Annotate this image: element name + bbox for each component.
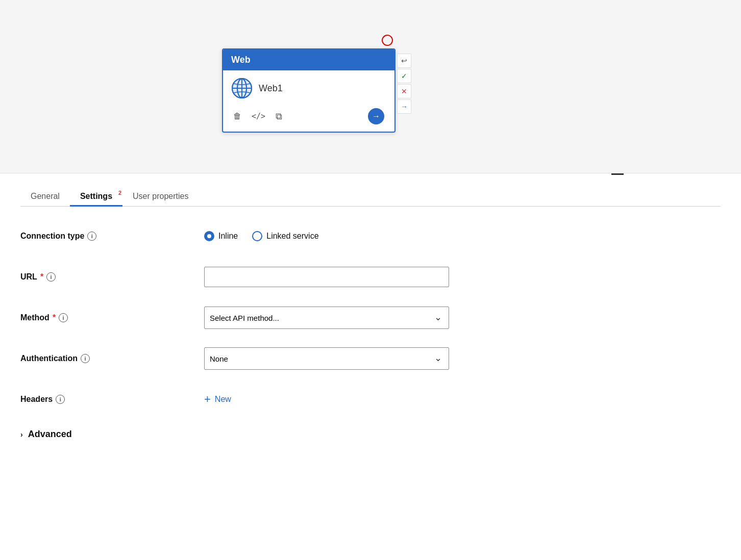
headers-control: + New [204, 393, 449, 406]
url-required-star: * [40, 272, 43, 282]
chevron-right-icon: › [20, 430, 23, 439]
code-icon[interactable]: </> [252, 112, 265, 121]
settings-badge: 2 [118, 190, 121, 196]
web-card-title: Web [231, 55, 251, 65]
delete-icon[interactable]: 🗑 [233, 112, 241, 121]
url-control [204, 267, 449, 287]
method-select-wrapper: Select API method... GET POST PUT DELETE… [204, 307, 449, 329]
connection-type-info-icon[interactable]: i [87, 232, 96, 241]
advanced-label: Advanced [28, 429, 72, 440]
canvas-area: Web Web1 [0, 0, 741, 173]
minimize-bar [611, 173, 624, 175]
tab-general[interactable]: General [20, 188, 70, 207]
radio-inline-circle[interactable] [204, 231, 214, 241]
method-label: Method * i [20, 313, 204, 322]
tabs-row: General Settings 2 User properties [20, 173, 721, 207]
web-card-body: Web1 🗑 </> ⧉ → [223, 70, 394, 132]
settings-content: Connection type i Inline Linked service … [20, 207, 721, 460]
method-row: Method * i Select API method... GET POST… [20, 307, 721, 329]
radio-linked-service[interactable]: Linked service [252, 231, 318, 241]
connection-type-radio-group: Inline Linked service [204, 231, 449, 241]
globe-icon [231, 78, 253, 99]
web-card-header: Web [223, 49, 394, 70]
tab-user-properties[interactable]: User properties [122, 188, 199, 207]
authentication-info-icon[interactable]: i [81, 354, 90, 363]
url-info-icon[interactable]: i [46, 272, 56, 282]
method-required-star: * [53, 313, 56, 322]
method-info-icon[interactable]: i [59, 313, 68, 322]
connection-type-row: Connection type i Inline Linked service [20, 225, 721, 247]
headers-label: Headers i [20, 395, 204, 404]
method-select[interactable]: Select API method... GET POST PUT DELETE… [204, 307, 449, 329]
authentication-label: Authentication i [20, 354, 204, 363]
advanced-section[interactable]: › Advanced [20, 429, 721, 440]
web-card-title-row: Web1 [231, 78, 386, 99]
radio-inline[interactable]: Inline [204, 231, 238, 241]
connection-type-label: Connection type i [20, 232, 204, 241]
plus-icon: + [204, 393, 211, 406]
arrow-button[interactable]: → [397, 99, 411, 114]
web-card-actions: 🗑 </> ⧉ → [231, 106, 386, 126]
authentication-select[interactable]: None Basic OAuth2 MSI [204, 347, 449, 370]
web-activity-card: Web Web1 [222, 48, 396, 133]
copy-icon[interactable]: ⧉ [276, 111, 282, 122]
radio-linked-service-circle[interactable] [252, 231, 262, 241]
authentication-select-wrapper: None Basic OAuth2 MSI [204, 347, 449, 370]
authentication-row: Authentication i None Basic OAuth2 MSI [20, 347, 721, 370]
url-input[interactable] [204, 267, 449, 287]
url-row: URL * i [20, 266, 721, 288]
web-card-name: Web1 [259, 83, 283, 94]
headers-row: Headers i + New [20, 388, 721, 411]
navigate-arrow-button[interactable]: → [368, 108, 384, 124]
red-circle-indicator [382, 35, 393, 46]
headers-info-icon[interactable]: i [56, 395, 65, 404]
check-button[interactable]: ✓ [397, 69, 411, 83]
cross-button[interactable]: ✕ [397, 84, 411, 98]
bottom-panel: General Settings 2 User properties Conne… [0, 173, 741, 460]
side-toolbar: ↩ ✓ ✕ → [397, 54, 411, 114]
tab-settings[interactable]: Settings 2 [70, 188, 122, 207]
new-header-button[interactable]: + New [204, 393, 231, 406]
undo-button[interactable]: ↩ [397, 54, 411, 68]
url-label: URL * i [20, 272, 204, 282]
